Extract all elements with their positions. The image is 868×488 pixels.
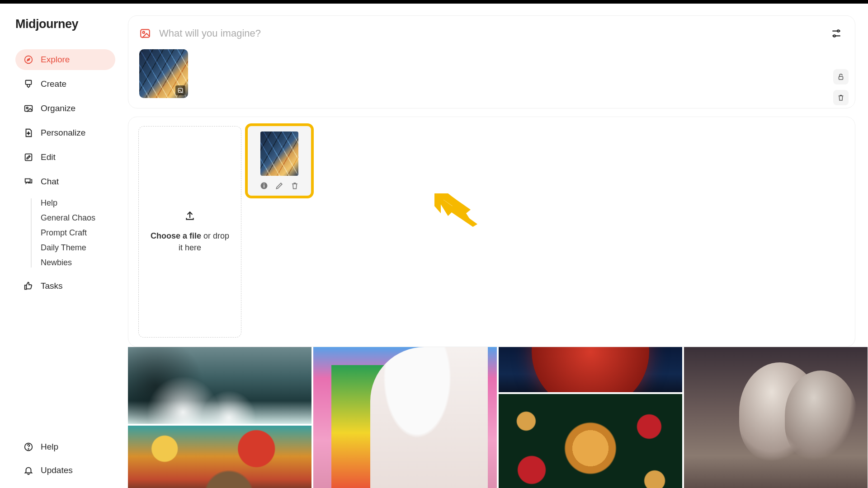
sidebar-footer: Help Updates — [15, 438, 115, 479]
brand-logo[interactable]: Midjourney — [15, 17, 115, 31]
gallery-tile[interactable] — [128, 347, 311, 424]
chat-sub-newbies[interactable]: Newbies — [41, 258, 115, 267]
bell-icon — [24, 465, 33, 475]
footer-updates[interactable]: Updates — [15, 462, 115, 479]
svg-point-7 — [28, 449, 28, 449]
chat-subnav: Help General Chaos Prompt Craft Daily Th… — [31, 198, 115, 267]
sidebar-item-chat[interactable]: Chat — [15, 171, 115, 192]
uploaded-image-card[interactable] — [248, 126, 311, 196]
help-circle-icon — [24, 442, 33, 452]
gallery-column — [313, 347, 497, 488]
svg-rect-8 — [141, 29, 150, 37]
sidebar-item-create[interactable]: Create — [15, 74, 115, 94]
pencil-icon[interactable] — [275, 181, 284, 190]
svg-rect-13 — [839, 76, 843, 80]
uploaded-image-actions — [252, 181, 307, 190]
image-icon — [24, 103, 33, 113]
gallery-tile[interactable] — [128, 426, 311, 488]
svg-point-11 — [834, 35, 835, 37]
chat-sub-prompt-craft[interactable]: Prompt Craft — [41, 228, 115, 238]
sidebar-item-label: Personalize — [41, 128, 85, 138]
footer-label: Help — [41, 442, 58, 452]
attached-image-thumbnail[interactable] — [139, 49, 188, 98]
prompt-input[interactable] — [159, 28, 821, 39]
edit-icon — [24, 152, 33, 162]
gallery-tile[interactable] — [499, 347, 682, 392]
svg-point-16 — [264, 183, 264, 184]
upload-panel: Choose a file or drop it here — [128, 117, 855, 347]
gallery-tile[interactable] — [499, 394, 682, 488]
sidebar-item-organize[interactable]: Organize — [15, 98, 115, 119]
gallery-tile[interactable] — [313, 347, 497, 488]
sidebar-item-label: Explore — [41, 55, 70, 65]
sidebar-item-label: Create — [41, 79, 66, 89]
sidebar-item-explore[interactable]: Explore — [15, 49, 115, 70]
explore-gallery — [128, 347, 855, 488]
image-type-badge-icon — [175, 85, 185, 95]
svg-point-10 — [837, 30, 839, 32]
main-content: Choose a file or drop it here — [124, 4, 868, 488]
gallery-column — [128, 347, 311, 488]
svg-rect-15 — [264, 185, 264, 188]
svg-rect-2 — [26, 80, 32, 84]
thumbs-up-icon — [24, 281, 33, 291]
chat-sub-general-chaos[interactable]: General Chaos — [41, 213, 115, 223]
sparkle-doc-icon — [24, 128, 33, 138]
sidebar: Midjourney Explore Create Organize — [0, 4, 124, 488]
unlock-button[interactable] — [833, 69, 849, 84]
prompt-side-actions — [833, 69, 849, 105]
trash-icon[interactable] — [290, 181, 299, 190]
delete-attachment-button[interactable] — [833, 90, 849, 105]
gallery-tile[interactable] — [684, 347, 868, 488]
gallery-column — [684, 347, 868, 488]
app-root: Midjourney Explore Create Organize — [0, 4, 868, 488]
sidebar-item-tasks[interactable]: Tasks — [15, 276, 115, 296]
svg-marker-1 — [27, 58, 30, 61]
chat-sub-help[interactable]: Help — [41, 198, 115, 208]
settings-sliders-icon[interactable] — [829, 26, 844, 41]
compass-icon — [24, 55, 33, 65]
attached-thumbnails — [139, 49, 844, 98]
dropzone-text-bold: Choose a file — [151, 231, 201, 240]
window-top-bar — [0, 0, 868, 4]
sidebar-nav: Explore Create Organize Personalize — [15, 49, 115, 296]
image-input-icon[interactable] — [139, 28, 151, 39]
sidebar-item-label: Chat — [41, 177, 59, 187]
sidebar-item-personalize[interactable]: Personalize — [15, 122, 115, 143]
sidebar-item-edit[interactable]: Edit — [15, 147, 115, 168]
sidebar-item-label: Edit — [41, 152, 56, 162]
svg-point-9 — [143, 32, 145, 33]
dropzone-text: Choose a file or drop it here — [148, 230, 232, 253]
chat-icon — [24, 177, 33, 187]
uploaded-image-preview — [260, 131, 298, 176]
footer-help[interactable]: Help — [15, 438, 115, 455]
sidebar-item-label: Tasks — [41, 281, 63, 291]
prompt-card — [128, 15, 855, 108]
file-dropzone[interactable]: Choose a file or drop it here — [138, 126, 241, 338]
sidebar-item-label: Organize — [41, 103, 75, 113]
prompt-row — [139, 26, 844, 41]
svg-rect-5 — [25, 154, 32, 161]
svg-point-4 — [26, 107, 28, 109]
footer-label: Updates — [41, 465, 73, 475]
brush-icon — [24, 79, 33, 89]
upload-icon — [184, 210, 196, 222]
svg-rect-12 — [178, 88, 182, 92]
chat-sub-daily-theme[interactable]: Daily Theme — [41, 243, 115, 253]
gallery-column — [499, 347, 682, 488]
info-icon[interactable] — [259, 181, 269, 190]
